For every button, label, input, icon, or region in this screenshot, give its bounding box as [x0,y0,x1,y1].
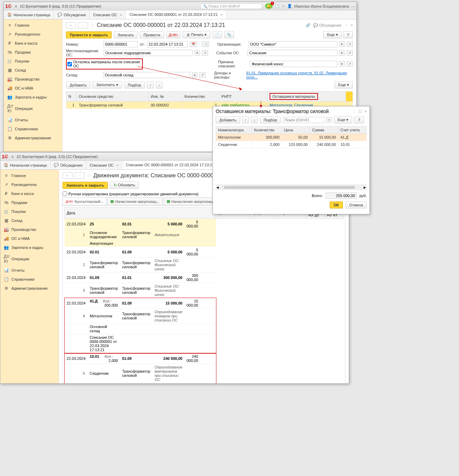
loc-open-icon[interactable]: ↗ [202,50,208,56]
event-select-icon[interactable]: ▾ [339,50,345,56]
sidebar-item[interactable]: ↗Руководителю [0,180,59,189]
star-icon[interactable]: ☆ [282,4,285,8]
sidebar-item[interactable]: Дт/КтОперации [4,102,62,115]
sidebar-item[interactable]: 🚚ОС и НМА [4,84,62,93]
fav-star-icon[interactable]: ☆ [90,22,95,28]
reason-select-icon[interactable]: ▾ [339,61,345,67]
sidebar-item[interactable]: ▦Склад [0,216,59,225]
attach-button[interactable]: 📎 [224,31,234,38]
sidebar-item[interactable]: ⚙Администрирование [0,284,59,293]
materials-checkbox[interactable] [67,62,72,66]
add-row-button[interactable]: Добавить [66,82,91,88]
movement-row[interactable]: 22.03.2024 02.01 01.09 5 000,00 5 000,00 [65,247,216,258]
history-icon[interactable]: 🕐 [275,4,280,8]
sidebar-item[interactable]: 🏭Производство [4,75,62,84]
org-input[interactable] [249,41,337,47]
dlg-down-button[interactable]: ↓ [251,116,258,123]
sidebar-item[interactable]: 📊Отчеты [4,115,62,124]
loc-select-icon[interactable]: ▾ [195,50,200,56]
more-button[interactable]: Еще ▾ [335,81,353,88]
save-button[interactable]: Записать [114,31,138,38]
discussion-icon[interactable]: 💬 Обсуждение [313,23,341,28]
dialog-max-icon[interactable]: ☐ [358,109,362,114]
sidebar-item[interactable]: ↗Руководителю [4,30,62,39]
dialog-close-icon[interactable]: × [365,109,367,113]
event-open-icon[interactable]: ↗ [347,50,353,56]
post-close-button[interactable]: Провести и закрыть [66,31,112,38]
print-button[interactable]: 🖨 Печать ▾ [182,31,210,38]
menu-icon[interactable]: ≡ [15,4,17,8]
org-open-icon[interactable]: ↗ [347,41,353,47]
dialog-more-icon[interactable]: ⋮ [352,109,356,114]
user-icon[interactable]: 👤 [287,4,292,8]
movement-row[interactable]: 22.03.2024 10.01 Кол.: 2,000 01.09 240 0… [65,353,216,364]
refresh-button[interactable]: ↻ Обновить [110,181,139,189]
sidebar-item[interactable]: 🛒Покупки [4,57,62,66]
search-input[interactable]: 🔍 Поиск Ctrl+Shift+F [200,3,262,9]
user-name[interactable]: Иванова Ирина Владимировна [294,4,349,8]
mtab-deprec1[interactable]: ▦Начисление амортизац... [107,197,163,205]
dlg-select-button[interactable]: Подбор [260,116,281,123]
sidebar-item[interactable]: 🛒Покупки [0,207,59,216]
tab-home[interactable]: 🏠 Начальная страница [4,10,54,19]
tab-doc[interactable]: Списание ОС 0000-000001 от 22.03.2024 17… [122,161,218,169]
manual-checkbox[interactable] [63,192,67,196]
create-based-button[interactable]: 📄 [213,31,222,38]
fav-star-icon[interactable]: ☆ [87,173,91,178]
sidebar-item[interactable]: 📊Отчеты [0,266,59,275]
sidebar-item[interactable]: ▦Склад [4,66,62,75]
move-up-button[interactable]: ↑ [147,82,154,88]
sidebar-item[interactable]: ⚙Администрирование [4,133,62,142]
store-input[interactable] [103,72,190,78]
sidebar-item[interactable]: 👥Зарплата и кадры [4,93,62,102]
close-icon[interactable]: × [351,23,353,28]
tab-discussions[interactable]: 💬 Обсуждения [54,10,90,19]
event-input[interactable] [247,50,337,56]
more-button[interactable]: Еще ▾ [323,31,341,38]
dtkt-button[interactable]: Дт/Кт [166,31,180,38]
sidebar-item[interactable]: 🛍Продажи [0,198,59,207]
tab-writeoff[interactable]: Списание ОС× [86,161,122,169]
sidebar-item[interactable]: 📋Справочники [4,124,62,133]
menu-icon[interactable]: ≡ [11,155,13,159]
material-row[interactable]: Металлолом300,00050,0015 000,0041.Д [216,134,367,141]
sidebar-item[interactable]: ≡Главное [4,21,62,30]
movement-row[interactable]: 22.03.2024 01.09 01.01 300 000,00 300 00… [65,272,216,283]
sidebar-item[interactable]: 🚚ОС и НМА [0,234,59,243]
move-down-button[interactable]: ↓ [156,82,163,88]
tab-doc[interactable]: Списание ОС 0000-000001 от 22.03.2024 17… [126,10,226,19]
ok-button[interactable]: ОК [330,202,343,208]
sidebar-item[interactable]: 🏭Производство [0,225,59,234]
tab-writeoff[interactable]: Списание ОС× [90,10,126,19]
tab-discussions[interactable]: 💬 Обсуждения [50,161,86,169]
material-row[interactable]: Сердечник2,000120 000,00240 000,0010.01 [216,141,367,148]
reason-input[interactable] [250,61,337,67]
nav-back[interactable]: ← [63,172,73,179]
sidebar-item[interactable]: 👥Зарплата и кадры [0,243,59,252]
dlg-help-button[interactable]: ? [354,116,364,123]
tab-home[interactable]: 🏠 Начальная страница [0,161,50,169]
calendar-icon[interactable]: 📅 [190,41,197,47]
dlg-more-button[interactable]: Еще ▾ [334,116,352,123]
dlg-search-clear[interactable]: × [326,117,331,123]
sidebar-item[interactable]: 🛍Продажи [4,48,62,57]
movement-row[interactable]: 22.03.2024 41.Д Кол.: 300,000 01.09 15 0… [65,298,216,309]
window-min-icon[interactable]: — [351,4,355,8]
dlg-add-button[interactable]: Добавить [216,116,240,123]
cancel-button[interactable]: Отмена [346,202,367,208]
date-input[interactable] [147,41,188,47]
sidebar-item[interactable]: ₽Банк и касса [0,189,59,198]
mtab-deprec2[interactable]: ▦Начисление амортизац... [163,197,219,205]
post-button[interactable]: Провести [140,31,164,38]
nav-back[interactable]: ← [66,22,76,28]
org-select-icon[interactable]: ▾ [339,41,345,47]
loc-input[interactable] [104,50,193,56]
dlg-up-button[interactable]: ↑ [242,116,249,123]
sidebar-item[interactable]: 📋Справочники [0,275,59,284]
number-input[interactable] [103,41,138,47]
reason-open-icon[interactable]: ↗ [347,61,353,67]
sidebar-item[interactable]: ≡Главное [0,171,59,180]
doc-status-icon[interactable]: 📑 [202,41,209,47]
help-button[interactable]: ? [343,31,353,38]
select-button[interactable]: Подбор [124,82,145,88]
